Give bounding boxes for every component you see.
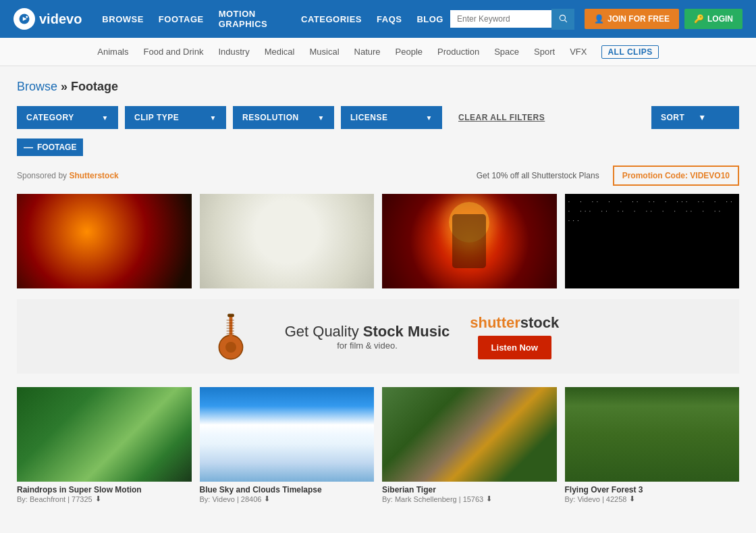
category-bar: Animals Food and Drink Industry Medical … bbox=[0, 38, 756, 66]
thumb-concert-img bbox=[17, 194, 192, 288]
svg-point-6 bbox=[225, 342, 236, 353]
category-people[interactable]: People bbox=[396, 47, 423, 57]
video-thumb-1[interactable] bbox=[17, 194, 192, 288]
breadcrumb: Browse » Footage bbox=[17, 80, 739, 94]
thumb-bokeh-img bbox=[382, 194, 557, 288]
shutterstock-logo: shutterstock bbox=[470, 314, 559, 332]
category-production[interactable]: Production bbox=[437, 47, 479, 57]
nav-motion-graphics[interactable]: MOTION GRAPHICS bbox=[219, 9, 286, 29]
video-card-tiger: Siberian Tiger By: Mark Schellenberg | 1… bbox=[382, 387, 557, 503]
resolution-filter[interactable]: RESOLUTION ▼ bbox=[233, 106, 334, 129]
nav-blog[interactable]: BLOG bbox=[416, 14, 443, 24]
breadcrumb-current: Footage bbox=[71, 80, 118, 93]
license-filter[interactable]: LICENSE ▼ bbox=[341, 106, 442, 129]
promo-code-box: Promotion Code: VIDEVO10 bbox=[613, 166, 739, 186]
video-card-forest: Flying Over Forest 3 By: Videvo | 42258 … bbox=[565, 387, 740, 503]
video-title-raindrops: Raindrops in Super Slow Motion bbox=[17, 485, 192, 494]
download-icon-tiger[interactable]: ⬇ bbox=[486, 494, 492, 503]
video-title-tiger: Siberian Tiger bbox=[382, 485, 557, 494]
category-food-drink[interactable]: Food and Drink bbox=[144, 47, 204, 57]
search-bar bbox=[450, 9, 574, 30]
video-by-forest: By: Videvo | 42258 ⬇ bbox=[565, 494, 740, 503]
download-icon-raindrops[interactable]: ⬇ bbox=[95, 494, 101, 503]
video-thumb-4[interactable] bbox=[565, 194, 740, 288]
login-button[interactable]: 🔑 LOGIN bbox=[684, 9, 742, 29]
category-space[interactable]: Space bbox=[494, 47, 519, 57]
category-medical[interactable]: Medical bbox=[265, 47, 295, 57]
svg-point-2 bbox=[26, 16, 28, 18]
video-card-sky: Blue Sky and Clouds Timelapse By: Videvo… bbox=[200, 387, 375, 503]
clip-type-filter[interactable]: CLIP TYPE ▼ bbox=[125, 106, 226, 129]
category-all-clips[interactable]: ALL CLIPS bbox=[601, 45, 658, 59]
category-filter-arrow: ▼ bbox=[102, 114, 109, 122]
video-grid-row2: Raindrops in Super Slow Motion By: Beach… bbox=[17, 387, 739, 503]
breadcrumb-separator: » bbox=[57, 80, 71, 93]
search-button[interactable] bbox=[551, 9, 574, 30]
search-input[interactable] bbox=[450, 10, 551, 28]
thumb-stars-img bbox=[565, 194, 740, 288]
shutterstock-link[interactable]: Shutterstock bbox=[69, 171, 118, 180]
video-by-sky: By: Videvo | 28406 ⬇ bbox=[200, 494, 375, 503]
thumb-aerial-forest[interactable] bbox=[565, 387, 740, 482]
logo[interactable]: videvo bbox=[14, 8, 82, 30]
nav-categories[interactable]: CATEGORIES bbox=[301, 14, 362, 24]
banner-headline: Get Quality Stock Music bbox=[285, 323, 450, 340]
banner-ad: Get Quality Stock Music for film & video… bbox=[17, 299, 739, 374]
banner-brand: shutterstock Listen Now bbox=[470, 314, 559, 359]
video-title-sky: Blue Sky and Clouds Timelapse bbox=[200, 485, 375, 494]
banner-text: Get Quality Stock Music for film & video… bbox=[285, 323, 450, 351]
license-filter-arrow: ▼ bbox=[426, 114, 433, 122]
sponsored-text: Sponsored by Shutterstock bbox=[17, 171, 119, 180]
nav-faqs[interactable]: FAQS bbox=[377, 14, 402, 24]
shutterstock-deal: Get 10% off all Shutterstock Plans bbox=[477, 171, 599, 180]
video-title-forest: Flying Over Forest 3 bbox=[565, 485, 740, 494]
video-grid-row1 bbox=[17, 194, 739, 288]
nav-browse[interactable]: BROWSE bbox=[102, 14, 144, 24]
thumb-cream-img bbox=[200, 194, 375, 288]
video-by-raindrops: By: Beachfront | 77325 ⬇ bbox=[17, 494, 192, 503]
thumb-tiger[interactable] bbox=[382, 387, 557, 482]
video-thumb-2[interactable] bbox=[200, 194, 375, 288]
download-icon-sky[interactable]: ⬇ bbox=[264, 494, 270, 503]
sponsored-bar: Sponsored by Shutterstock Get 10% off al… bbox=[17, 166, 739, 186]
resolution-filter-arrow: ▼ bbox=[318, 114, 325, 122]
guitar-icon bbox=[197, 309, 265, 363]
logo-icon bbox=[14, 8, 35, 30]
main-content: Browse » Footage CATEGORY ▼ CLIP TYPE ▼ … bbox=[7, 66, 749, 517]
clip-type-filter-arrow: ▼ bbox=[210, 114, 217, 122]
svg-rect-8 bbox=[227, 313, 234, 317]
sort-dropdown[interactable]: SORT ▼ bbox=[651, 106, 739, 129]
nav-actions: 👤 JOIN FOR FREE 🔑 LOGIN bbox=[585, 9, 742, 29]
category-sport[interactable]: Sport bbox=[534, 47, 555, 57]
join-for-free-button[interactable]: 👤 JOIN FOR FREE bbox=[585, 9, 679, 29]
filter-bar: CATEGORY ▼ CLIP TYPE ▼ RESOLUTION ▼ LICE… bbox=[17, 106, 739, 129]
category-industry[interactable]: Industry bbox=[218, 47, 249, 57]
video-card-raindrops: Raindrops in Super Slow Motion By: Beach… bbox=[17, 387, 192, 503]
thumb-raindrops[interactable] bbox=[17, 387, 192, 482]
category-filter[interactable]: CATEGORY ▼ bbox=[17, 106, 118, 129]
navbar: videvo BROWSE FOOTAGE MOTION GRAPHICS CA… bbox=[0, 0, 756, 38]
category-vfx[interactable]: VFX bbox=[570, 47, 587, 57]
svg-line-4 bbox=[564, 20, 567, 22]
banner-subtext: for film & video. bbox=[285, 340, 450, 351]
remove-footage-tag[interactable]: — bbox=[24, 142, 33, 153]
download-icon-forest[interactable]: ⬇ bbox=[629, 494, 635, 503]
login-icon: 🔑 bbox=[694, 14, 704, 24]
breadcrumb-browse[interactable]: Browse bbox=[17, 80, 57, 93]
listen-now-button[interactable]: Listen Now bbox=[478, 336, 551, 359]
logo-text: videvo bbox=[39, 11, 82, 27]
svg-point-3 bbox=[560, 15, 565, 20]
sort-arrow: ▼ bbox=[698, 113, 706, 122]
video-thumb-3[interactable] bbox=[382, 194, 557, 288]
category-animals[interactable]: Animals bbox=[97, 47, 128, 57]
clear-filters-button[interactable]: CLEAR ALL FILTERS bbox=[449, 106, 554, 129]
category-musical[interactable]: Musical bbox=[309, 47, 339, 57]
active-filter-tag: — FOOTAGE bbox=[17, 138, 739, 166]
nav-links: BROWSE FOOTAGE MOTION GRAPHICS CATEGORIE… bbox=[102, 9, 443, 29]
nav-footage[interactable]: FOOTAGE bbox=[159, 14, 204, 24]
category-nature[interactable]: Nature bbox=[354, 47, 381, 57]
video-by-tiger: By: Mark Schellenberg | 15763 ⬇ bbox=[382, 494, 557, 503]
thumb-sky[interactable] bbox=[200, 387, 375, 482]
user-icon: 👤 bbox=[594, 14, 604, 24]
